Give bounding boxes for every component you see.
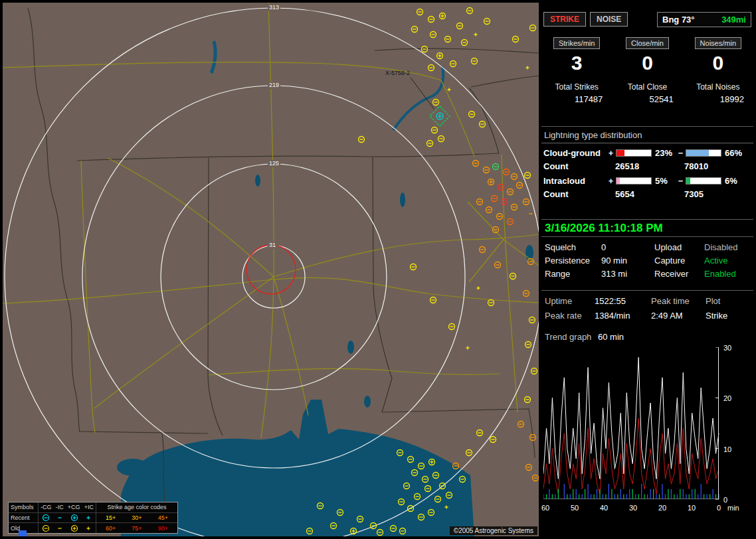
strike-symbol [71,515,77,521]
strike-age-code: 90+ [158,525,168,532]
distribution-title: Lightning type distribution [541,128,753,143]
cg-positive-count: 26518 [607,161,675,171]
upload-label: Upload [654,242,704,256]
bearing-value: Bng 73° [662,15,695,25]
strike-age-code: 75+ [132,525,142,532]
noises-per-min-header[interactable]: Noises/min [695,37,741,49]
old-cn-symbol-icon [42,524,50,532]
range-value: 313 mi [601,269,654,282]
settings-row: Squelch 0 Upload Disabled [541,242,753,256]
cg-positive-pct: 23% [653,148,677,158]
peak-rate-value: 1384/min [595,311,651,325]
legend-recent-symbols [38,513,96,523]
legend-col-pcg: +CG [68,504,80,510]
legend-old-symbols [38,523,96,533]
ic-negative-pct: 6% [723,176,747,186]
trend-x-tick: 10 [688,504,696,512]
strikes-stat-column: Strikes/min 3 Total Strikes 117487 [541,29,612,126]
old-cp-symbol-icon [70,524,78,532]
station-label: X-5759-2 [385,70,410,76]
total-strikes-label: Total Strikes [541,82,612,92]
close-per-min-header[interactable]: Close/min [626,37,669,49]
trend-x-tick: 50 [571,504,579,512]
strike-age-code: 45+ [158,514,168,521]
strike-symbol [87,526,90,530]
ic-negative-count: 7305 [675,189,704,199]
close-stat-column: Close/min 0 Total Close 52541 [612,29,682,126]
ic-positive-count: 5654 [607,189,675,199]
settings-row: Range 313 mi Receiver Enabled [541,269,753,282]
squelch-label: Squelch [545,242,601,256]
strike-toggle-button[interactable]: STRIKE [543,12,586,27]
plus-sign: + [607,148,614,158]
count-label: Count [543,189,607,199]
app-window: X-5759-2 Symbols -CG -IC +CG +IC Strike … [0,0,756,539]
taskbar-artifact [19,530,27,536]
uptime-value: 1522:55 [595,296,651,311]
trend-graph-section: 3020100 6050403020100min [541,345,753,514]
recent-cn-symbol-icon [42,514,50,522]
strike-symbol [43,525,48,531]
trend-y-tick: 30 [723,344,731,352]
peak-time-label: Peak time [651,296,706,311]
range-ring-label: 31 [268,242,277,249]
lake [347,341,354,354]
clock-display: 3/16/2026 11:10:18 PM [541,219,753,237]
plus-sign: + [607,176,614,186]
trend-y-tick: 20 [723,394,731,402]
legend-recent-ages: 15+30+45+ [96,514,177,521]
cloud-ground-label: Cloud-ground [543,148,607,158]
plot-value: Strike [706,311,753,325]
receiver-status: Enabled [704,269,753,282]
map-panel[interactable]: X-5759-2 Symbols -CG -IC +CG +IC Strike … [3,3,539,536]
legend-old-ages: 60+75+90+ [96,525,177,532]
ic-positive-bar [616,177,652,185]
trend-x-tick: 60 [541,504,549,512]
peak-rate-row: Peak rate 1384/min 2:49 AM Strike [541,311,753,325]
bearing-distance-box: Bng 73° 349mi [657,12,751,27]
cg-positive-bar [616,149,652,157]
legend-col-pic: +IC [84,504,94,510]
uptime-label: Uptime [545,296,595,311]
noise-toggle-button[interactable]: NOISE [590,12,628,27]
legend-recent-label: Recent [9,514,38,521]
cloud-ground-row: Cloud-ground + 23% − 66% [541,143,753,158]
trend-graph-plot [543,347,721,501]
range-ring-label: 219 [268,82,280,89]
range-label: Range [545,269,601,282]
persistence-label: Persistence [545,256,601,269]
capture-status: Active [704,256,753,269]
minus-sign: − [677,176,684,186]
strikes-per-min-header[interactable]: Strikes/min [553,37,600,49]
total-noises-label: Total Noises [683,82,753,92]
strike-age-code: 60+ [106,525,116,532]
squelch-value: 0 [601,242,654,256]
trend-x-tick: 30 [629,504,637,512]
noises-per-min-value: 0 [683,52,753,74]
sidebar-panel: STRIKE NOISE Bng 73° 349mi Strikes/min 3… [541,3,753,536]
total-noises-value: 18992 [683,94,753,104]
total-close-label: Total Close [612,82,682,92]
legend-header-row: Symbols -CG -IC +CG +IC Strike age color… [9,502,177,512]
ic-negative-bar [686,177,721,185]
minus-sign: − [677,148,684,158]
strike-symbol [43,515,48,521]
lake [143,489,165,501]
trend-graph-header: Trend graph 60 min [541,329,753,345]
recent-in-symbol-icon [56,514,64,522]
legend-old-row: Old 60+75+90+ [9,522,177,533]
trend-x-tick: 40 [600,504,608,512]
strike-age-code: 15+ [106,514,116,521]
strike-symbol [71,525,77,531]
trend-x-axis-labels: 6050403020100min [543,504,749,513]
legend-symbols-title: Symbols [9,504,38,510]
plot-label: Plot [706,296,753,311]
old-ip-symbol-icon [84,524,92,532]
strikes-per-min-value: 3 [541,52,612,74]
strike-age-code: 30+ [132,514,142,521]
trend-window-value: 60 min [598,332,624,342]
legend-col-nic: -IC [56,504,64,510]
intracloud-count-row: Count 5654 7305 [541,186,753,199]
stats-section: Strikes/min 3 Total Strikes 117487 Close… [541,29,753,126]
trend-x-unit: min [727,504,739,512]
